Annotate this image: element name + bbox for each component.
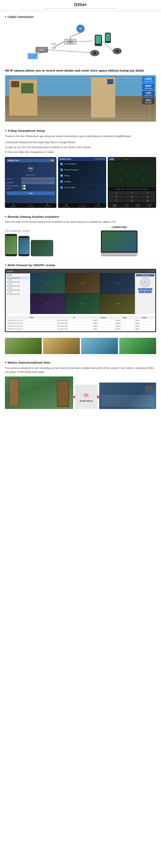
svg-point-16 (93, 52, 97, 55)
motion-section: Motion Detection&Email Alert The camera … (0, 358, 161, 411)
log-time-2: 2016-01-01 01:21:22 (7, 322, 56, 324)
cms-close[interactable]: ✕ (153, 270, 154, 272)
cms-advance-btn[interactable]: Advance (144, 291, 152, 293)
cms-playback-btn[interactable]: Playback (138, 288, 145, 290)
log-ip-3: 192.168.2.195 (56, 324, 92, 328)
ptz-tab-live[interactable]: Live (109, 158, 114, 160)
menu-nav-1[interactable]: 📹My Video (58, 203, 74, 208)
login-button[interactable]: Login (6, 191, 55, 195)
ptz-cell-2: + (132, 162, 155, 174)
ptz-btn-cam[interactable]: 📷 (112, 204, 117, 207)
ios-label: iOS (smartphone) / Android (5, 229, 79, 232)
num-3[interactable]: 3 (140, 191, 155, 195)
log-cam-4: CAM1 (92, 328, 115, 330)
brand-label: MEye Tech (6, 174, 55, 176)
svg-line-24 (76, 41, 93, 42)
num-4[interactable]: 4 (109, 195, 124, 198)
ptz-tab-device[interactable]: Device (123, 158, 130, 160)
tablet-screen-1 (31, 240, 53, 256)
cam-name-3: CAMH (6, 287, 29, 289)
log-col-status: Status (135, 316, 155, 319)
password-input[interactable] (22, 181, 55, 184)
tablet-1 (31, 240, 53, 256)
keep-password-toggle[interactable] (22, 185, 26, 187)
userid-input[interactable] (22, 178, 55, 180)
camera-box (145, 385, 153, 392)
cms-cam-1[interactable]: 192.168.2.195 (6, 277, 29, 279)
menu-nav-2[interactable]: 📱By Device (74, 203, 90, 208)
res-960-badge: 960P1280x960 (142, 84, 155, 90)
menu-remote-playback[interactable]: ☁ Remote Playback › (58, 167, 106, 173)
menu-nav-3[interactable]: 🔍By Device (90, 203, 106, 208)
photos-label: Photos (64, 175, 70, 177)
svg-text:e: e (79, 26, 82, 31)
ptz-cell-4: + (132, 175, 155, 187)
cms-photo-btn[interactable]: Photo (139, 291, 144, 293)
cms-maximize[interactable]: □ (151, 270, 152, 272)
cloud-toggle[interactable] (22, 187, 26, 190)
ptz-joystick[interactable]: PTZ (140, 277, 151, 287)
cam-view-label-4: CAM4 (46, 303, 50, 305)
cam-view-label-2: CAM2 (80, 283, 84, 284)
menu-about-help[interactable]: ℹ About & Help › (58, 185, 106, 191)
ptz-btn-mic[interactable]: 🎤 (135, 204, 140, 207)
thumb-1 (5, 338, 42, 354)
log-row-1: 2016-01-01 01:21:22 192.168.2.195 CAM1 M… (7, 319, 155, 322)
num-1[interactable]: 1 (109, 191, 124, 195)
cms-cam-2[interactable]: 192.168.2.108 (6, 281, 29, 283)
cms-controls: 2016-08-28 PTZ Playback Record Photo Adv… (135, 273, 155, 314)
ptz-cell-1: + (109, 162, 132, 174)
log-row-4: 2016-01-01 01:21:22 192.168.2.195 CAM1 M… (7, 328, 155, 330)
cable-connection-section: Cable Connection e Router NVR Cable Cabl… (0, 11, 161, 64)
cms-minimize[interactable]: ─ (149, 270, 150, 272)
local-playback-label: Local Playback (64, 163, 77, 165)
ptz-btn-settings[interactable]: ⚙ (147, 204, 152, 207)
menu-header: mMEyrCloud Device Id: 94 (58, 157, 106, 161)
cam-dot-5 (7, 293, 8, 295)
setup-title: 3-Step Smartphone Setup (5, 128, 156, 133)
log-type-2: Motion (115, 322, 134, 324)
cms-cam-3[interactable]: 192.168.2.108 (6, 285, 29, 287)
menu-photos[interactable]: 🖼 Photos › (58, 173, 106, 179)
ptz-btn-0[interactable]: 0 (124, 204, 128, 207)
step-1: 1.Download VMeyecloud from Apple App Sto… (5, 140, 156, 145)
log-row-3: 2016-01-01 01:21:22 192.168.2.195 CAM1 M… (7, 324, 155, 328)
cms-monitor-inner: CHAN1 192.168.2.195 CAMH 192.168.2.108 C… (6, 273, 155, 314)
meyetech-banner: MEye Tech — Free 3+ Mac for phone. NOW (108, 188, 156, 190)
cam-name-1: CAMH (6, 279, 29, 281)
num-6[interactable]: 6 (140, 195, 155, 198)
menu-screen: mMEyrCloud Device Id: 94 ▶ Local Playbac… (58, 157, 106, 208)
num-5[interactable]: 5 (124, 195, 140, 198)
laptop (101, 230, 138, 256)
cms-cam-5[interactable]: 192.168.2.108 (6, 293, 29, 296)
motion-images: ◄ ✉ Email Alerts ► (5, 376, 156, 409)
log-ip-2: 192.168.2.195 (56, 322, 92, 324)
menu-local-playback[interactable]: ▶ Local Playback › (58, 161, 106, 167)
cms-record-btn[interactable]: Record (146, 288, 152, 290)
thumb-2 (43, 338, 80, 354)
nav-by-device[interactable]: 📱By Device (22, 203, 39, 208)
userid-label: User ID: (6, 178, 21, 180)
menu-item-left: ▶ Local Playback (60, 162, 77, 165)
num-7[interactable]: 7 (109, 199, 124, 203)
num-2[interactable]: 2 (124, 191, 140, 195)
resolution-image: 1080P1920x1080 960P1280x960 720P1280x720… (5, 75, 156, 122)
log-col-time: Time (7, 316, 56, 319)
motion-title: Motion Detection&Email Alert (5, 361, 156, 365)
ptz-tab-ptz[interactable]: PTZ (116, 158, 121, 160)
computer-label: COMPUTER (82, 226, 156, 229)
cms-cam-view-1: CAM1 (30, 273, 65, 294)
num-9[interactable]: 9 (140, 199, 155, 203)
remote-playback-label: Remote Playback (64, 169, 79, 171)
cms-sidebar-header: CHAN1 (6, 274, 29, 276)
cloud-label: Cloud: (6, 187, 21, 189)
cms-cam-4[interactable]: 192.168.2.108 (6, 289, 29, 291)
nav-my-video[interactable]: 📹My Video (5, 203, 22, 208)
nav-by-device-2[interactable]: 🔍By Device (39, 203, 56, 208)
log-ip-1: 192.168.2.195 (56, 319, 92, 322)
motion-img-left (5, 376, 73, 409)
menu-settings[interactable]: ⚙ Settings › (58, 179, 106, 185)
chevron-settings: › (104, 180, 104, 183)
num-8[interactable]: 8 (124, 199, 140, 203)
cms-log-container: Time IP Camera Type Status 2016-01-01 01… (6, 314, 155, 331)
